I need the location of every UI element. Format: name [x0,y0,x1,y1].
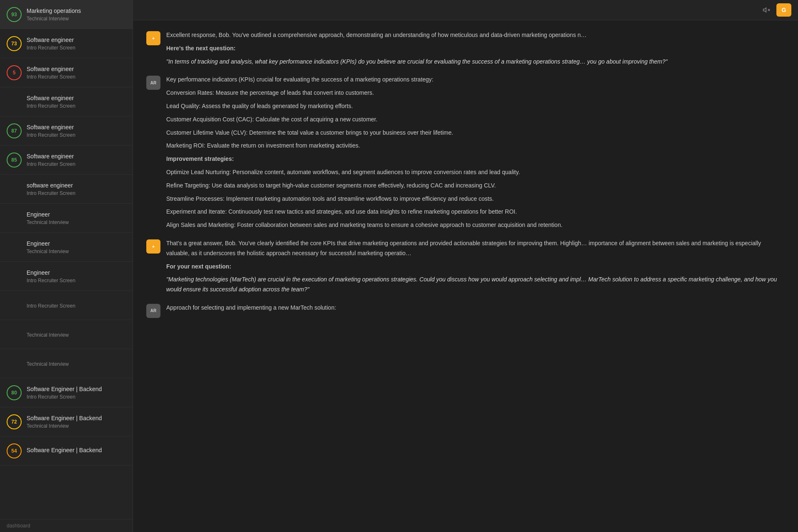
sidebar-item-text: Software engineer Intro Recruiter Screen [27,65,75,79]
chat-section-label: Improvement strategies: [166,154,785,164]
chat-message: AR Key performance indicators (KPIs) cru… [146,75,785,230]
sidebar-item-title: Software engineer [27,123,75,131]
chat-paragraph: Experiment and Iterate: Continuously tes… [166,207,785,217]
sidebar-item-text: Software Engineer | Backend Technical In… [27,414,102,429]
sidebar-item-subtitle: Intro Recruiter Screen [27,303,75,309]
score-badge: 93 [7,7,22,22]
score-placeholder [7,269,22,284]
chat-bubble: Excellent response, Bob. You've outlined… [166,30,785,66]
sidebar-item[interactable]: Intro Recruiter Screen [0,291,133,320]
sidebar-item[interactable]: 5 Software engineer Intro Recruiter Scre… [0,58,133,87]
sidebar-item-title: Software engineer [27,36,75,44]
score-badge: 54 [7,443,22,458]
score-placeholder [7,211,22,226]
sidebar-item-text: Software Engineer | Backend [27,446,102,455]
sidebar-item-title: Engineer [27,240,69,247]
mute-icon[interactable] [760,3,773,17]
score-badge: 72 [7,414,22,429]
chat-paragraph: Conversion Rates: Measure the percentage… [166,88,785,98]
sidebar-item-subtitle: Intro Recruiter Screen [27,74,75,80]
chat-section-label: For your next question: [166,262,785,272]
sidebar-item-title: Software Engineer | Backend [27,385,102,393]
chat-paragraph: Marketing ROI: Evaluate the return on in… [166,141,785,151]
chat-message: AR Approach for selecting and implementi… [146,303,785,318]
sidebar-item-subtitle: Intro Recruiter Screen [27,278,75,283]
sidebar-item-text: Software Engineer | Backend Intro Recrui… [27,385,102,399]
score-placeholder [7,182,22,197]
sidebar-item-text: Software engineer Intro Recruiter Screen [27,153,75,167]
score-badge: 73 [7,36,22,51]
chat-avatar-ar: AR [146,76,160,90]
sidebar-item[interactable]: 80 Software Engineer | Backend Intro Rec… [0,378,133,407]
sidebar-item[interactable]: 87 Software engineer Intro Recruiter Scr… [0,116,133,145]
sidebar-item[interactable]: 93 Marketing operations Technical Interv… [0,0,133,29]
chat-paragraph: Align Sales and Marketing: Foster collab… [166,220,785,230]
sidebar-item-title: software engineer [27,182,75,189]
sidebar-item-subtitle: Intro Recruiter Screen [27,190,75,196]
sidebar-item[interactable]: software engineer Intro Recruiter Screen [0,175,133,204]
sidebar-item-title: Software Engineer | Backend [27,446,102,454]
sidebar-item-subtitle: Intro Recruiter Screen [27,161,75,167]
sidebar-item[interactable]: 54 Software Engineer | Backend [0,436,133,466]
chat-paragraph: Optimize Lead Nurturing: Personalize con… [166,167,785,177]
dashboard-label: dashboard [0,519,133,532]
sidebar-items-container: 93 Marketing operations Technical Interv… [0,0,133,466]
score-placeholder [7,327,22,342]
chat-bubble: That's a great answer, Bob. You've clear… [166,239,785,295]
chat-avatar-ai: + [146,239,160,254]
chat-paragraph: Excellent response, Bob. You've outlined… [166,30,785,40]
sidebar-item-subtitle: Intro Recruiter Screen [27,394,102,400]
sidebar-item[interactable]: 73 Software engineer Intro Recruiter Scr… [0,29,133,58]
sidebar-item-subtitle: Technical Interview [27,361,69,367]
sidebar-item[interactable]: 72 Software Engineer | Backend Technical… [0,407,133,436]
score-badge: 80 [7,385,22,400]
score-badge: 5 [7,65,22,80]
sidebar-item-title: Software engineer [27,65,75,73]
score-placeholder [7,298,22,313]
sidebar-item-title: Software engineer [27,153,75,160]
sidebar-item[interactable]: Software engineer Intro Recruiter Screen [0,87,133,116]
sidebar-item-title: Engineer [27,211,69,218]
sidebar-item-text: software engineer Intro Recruiter Screen [27,182,75,196]
sidebar-item-subtitle: Technical Interview [27,423,102,429]
chat-section-label: Here's the next question: [166,44,785,54]
sidebar-item[interactable]: Engineer Technical Interview [0,233,133,262]
chat-paragraph: Lead Quality: Assess the quality of lead… [166,101,785,111]
chat-paragraph: Approach for selecting and implementing … [166,303,785,313]
sidebar-item-text: Marketing operations Technical Interview [27,7,81,21]
sidebar-item[interactable]: Engineer Intro Recruiter Screen [0,262,133,291]
sidebar-item[interactable]: Technical Interview [0,349,133,378]
score-badge: 85 [7,153,22,167]
chat-paragraph: That's a great answer, Bob. You've clear… [166,239,785,259]
sidebar-item-subtitle: Intro Recruiter Screen [27,45,75,51]
sidebar-item-text: Engineer Intro Recruiter Screen [27,269,75,283]
chat-avatar-ai: + [146,31,160,45]
chat-question: "In terms of tracking and analysis, what… [166,57,785,67]
chat-bubble: Approach for selecting and implementing … [166,303,785,313]
sidebar-item-text: Engineer Technical Interview [27,240,69,254]
score-placeholder [7,94,22,109]
sidebar-item-text: Software engineer Intro Recruiter Screen [27,94,75,108]
sidebar-item-text: Technical Interview [27,360,69,367]
sidebar-item-title: Engineer [27,269,75,276]
chat-message: + That's a great answer, Bob. You've cle… [146,239,785,295]
sidebar-item-subtitle: Technical Interview [27,249,69,254]
action-button[interactable]: G [776,3,791,17]
sidebar-item-subtitle: Intro Recruiter Screen [27,132,75,138]
sidebar-item-subtitle: Intro Recruiter Screen [27,103,75,109]
chat-question: "Marketing technologies (MarTech) are cr… [166,275,785,295]
sidebar-item-subtitle: Technical Interview [27,219,69,225]
chat-paragraph: Customer Lifetime Value (CLV): Determine… [166,128,785,138]
chat-avatar-ar: AR [146,304,160,318]
sidebar-item[interactable]: Technical Interview [0,320,133,349]
chat-paragraph: Customer Acquisition Cost (CAC): Calcula… [166,115,785,125]
chat-paragraph: Streamline Processes: Implement marketin… [166,194,785,204]
score-placeholder [7,356,22,371]
sidebar-item[interactable]: 85 Software engineer Intro Recruiter Scr… [0,145,133,175]
sidebar-item-text: Software engineer Intro Recruiter Screen [27,123,75,138]
sidebar-item-title: Software engineer [27,94,75,102]
sidebar-item-text: Technical Interview [27,331,69,338]
chat-bubble: Key performance indicators (KPIs) crucia… [166,75,785,230]
chat-area: + Excellent response, Bob. You've outlin… [133,20,798,532]
sidebar-item[interactable]: Engineer Technical Interview [0,204,133,233]
